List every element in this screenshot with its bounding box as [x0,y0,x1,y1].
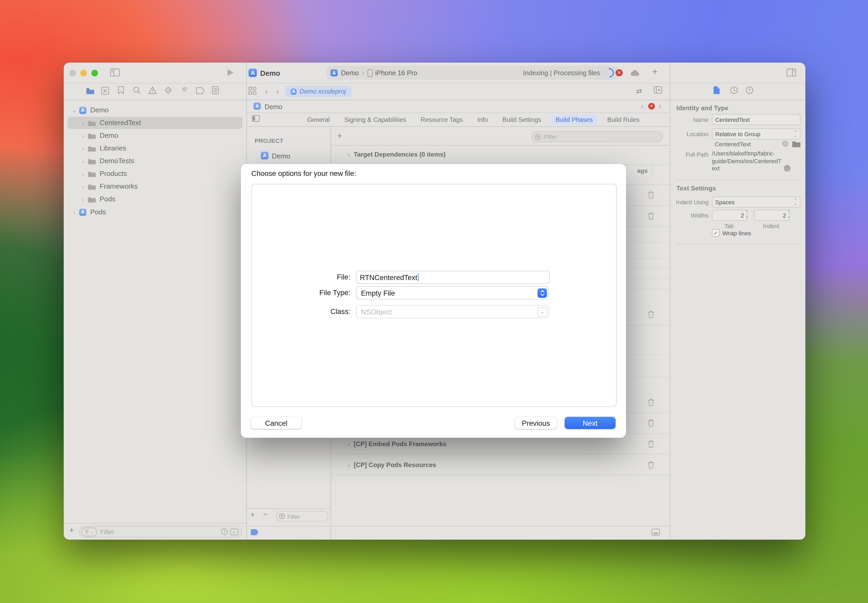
tab-resource-tags[interactable]: Resource Tags [416,114,467,125]
zoom-button[interactable] [91,70,98,76]
disclosure-icon[interactable]: › [346,462,351,468]
disclosure-icon[interactable]: › [80,145,86,151]
find-navigator-icon[interactable] [133,87,141,94]
debug-navigator-icon[interactable] [180,86,188,94]
cloud-icon[interactable] [631,70,640,76]
choose-folder-icon[interactable] [792,141,800,147]
breadcrumb-back-icon[interactable]: ‹ [641,102,643,110]
source-control-navigator-icon[interactable] [101,87,109,94]
disclosure-icon[interactable]: › [80,196,86,203]
disclosure-icon[interactable]: › [80,184,86,190]
add-button[interactable]: + [652,66,658,77]
file-name-input[interactable]: RTNCenteredText [356,271,549,284]
file-type-popup[interactable]: Empty File [356,286,548,299]
tab-build-rules[interactable]: Build Rules [603,114,644,125]
phase-row-target-dependencies[interactable]: › Target Dependencies (0 items) [330,148,670,161]
close-button[interactable] [69,70,76,76]
error-badge[interactable]: ✕ [616,69,623,76]
name-field[interactable]: CenteredText [712,114,800,125]
project-navigator-icon[interactable] [86,87,94,94]
bookmark-navigator-icon[interactable] [118,87,124,94]
nav-item-pods-project[interactable]: › A Pods [63,206,246,218]
breadcrumb-forward-icon[interactable]: › [659,102,661,110]
recent-filter-icon[interactable] [221,528,228,535]
disclosure-icon[interactable]: ⌄ [71,107,77,113]
breadcrumb-target[interactable]: Demo [265,103,282,111]
run-button[interactable] [227,69,234,76]
tab-width-field[interactable]: 2 [712,210,747,221]
disclosure-icon[interactable]: › [71,209,77,215]
add-build-phase-button[interactable]: + [337,131,342,141]
back-icon[interactable]: ‹ [265,87,268,96]
tag-indicator-icon[interactable] [251,529,258,535]
delete-phase-icon[interactable] [648,419,654,427]
indent-using-popup[interactable]: Spaces ⌃⌄ [712,196,800,208]
forward-icon[interactable]: › [276,87,279,96]
tab-build-phases[interactable]: Build Phases [551,114,597,125]
navigator-filter-field[interactable]: ⌄ Filter +- [79,526,242,538]
editor-sidebar-toggle-icon[interactable] [252,115,260,122]
help-inspector-icon[interactable]: ? [746,87,753,94]
disclosure-icon[interactable]: › [80,133,86,139]
navigator-toggle-icon[interactable] [110,69,120,76]
tab-info[interactable]: Info [473,114,492,125]
nav-item-pods-folder[interactable]: › Pods [63,193,246,205]
disclosure-icon[interactable]: › [80,171,86,177]
tab-general[interactable]: General [303,114,334,125]
subpane-remove-button[interactable]: − [263,510,267,518]
issue-navigator-icon[interactable] [149,87,156,94]
minimize-button[interactable] [80,70,87,76]
subpane-filter-field[interactable]: Filter [276,511,328,521]
nav-add-button[interactable]: + [69,526,74,535]
editor-grid-icon[interactable] [249,87,256,94]
scheme-target[interactable]: Demo [341,69,359,77]
breadcrumb-error-badge[interactable]: ✕ [648,103,655,110]
inspector-toggle-icon[interactable] [787,69,796,76]
delete-phase-icon[interactable] [648,440,654,448]
disclosure-icon[interactable]: › [346,441,351,447]
nav-item-centeredtext[interactable]: › CenteredText [63,117,246,129]
clear-group-icon[interactable]: ✕ [782,141,788,147]
cancel-button[interactable]: Cancel [251,417,302,429]
add-editor-icon[interactable] [654,87,662,94]
disclosure-icon[interactable]: › [80,158,86,164]
plus-minus-filter-icon[interactable]: +- [230,528,238,535]
file-inspector-icon[interactable] [713,87,719,94]
delete-phase-icon[interactable] [648,311,654,318]
phases-filter-field[interactable]: Filter [532,131,663,142]
nav-item-frameworks[interactable]: › Frameworks [63,181,246,193]
editor-tab[interactable]: A Demo.xcodeproj [285,86,351,97]
nav-item-demo-folder[interactable]: › Demo [63,130,246,142]
delete-phase-icon[interactable] [648,191,654,199]
previous-button[interactable]: Previous [515,417,557,429]
next-button[interactable]: Next [565,417,616,429]
nav-item-products[interactable]: › Products [63,168,246,180]
project-row-label[interactable]: Demo [272,152,290,160]
indent-width-stepper[interactable]: ⌃⌄ [787,210,791,219]
report-navigator-icon[interactable] [212,87,218,94]
nav-item-demo-project[interactable]: ⌄ A Demo [63,104,246,116]
open-path-arrow-icon[interactable]: → [784,165,791,172]
subpane-add-button[interactable]: + [250,510,255,519]
tab-build-settings[interactable]: Build Settings [498,114,546,125]
class-combobox[interactable]: NSObject ⌄ [356,305,549,318]
nav-item-demotests[interactable]: › DemoTests [63,155,246,167]
delete-phase-icon[interactable] [648,212,654,220]
breakpoint-navigator-icon[interactable] [196,87,205,94]
test-navigator-icon[interactable] [164,87,172,94]
delete-phase-icon[interactable] [648,461,654,468]
indent-width-field[interactable]: 2 [754,210,789,221]
bottom-bar-toggle-icon[interactable] [651,529,660,536]
tab-width-stepper[interactable]: ⌃⌄ [745,210,748,219]
scheme-device[interactable]: iPhone 16 Pro [375,69,417,77]
location-popup[interactable]: Relative to Group ⌃⌄ [712,128,800,140]
phase-row-copy-pods[interactable]: › [CP] Copy Pods Resources [330,458,670,472]
disclosure-icon[interactable]: › [80,120,86,126]
tab-signing[interactable]: Signing & Capabilities [340,114,411,125]
disclosure-icon[interactable]: › [346,151,351,158]
nav-item-libraries[interactable]: › Libraries [63,142,246,155]
wrap-lines-checkbox[interactable]: ✓ [712,229,719,237]
phase-row-embed-pods[interactable]: › [CP] Embed Pods Frameworks [330,437,670,451]
code-review-icon[interactable]: ⇄ [636,87,642,95]
history-inspector-icon[interactable] [730,87,738,94]
